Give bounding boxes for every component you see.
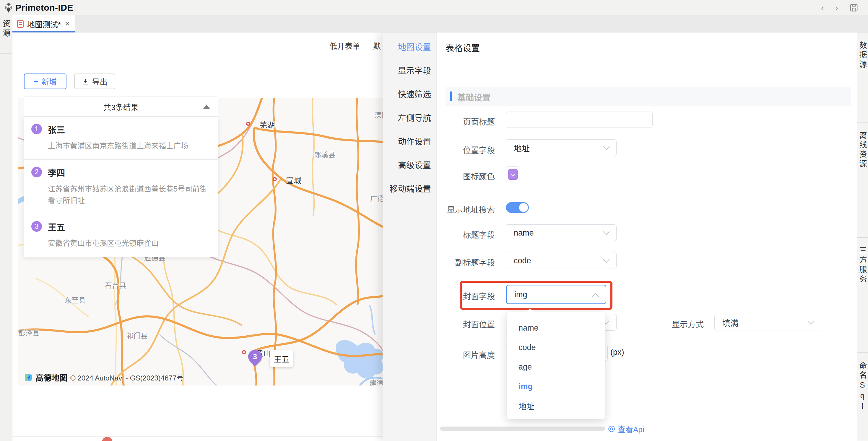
result-address: 安徽省黄山市屯溪区屯光镇麻雀山 [48, 238, 159, 249]
page-title-input[interactable] [506, 111, 653, 128]
city-dot-icon [273, 177, 277, 181]
title-field-select[interactable]: name [506, 224, 617, 241]
map-place-label: 郎溪县 [314, 149, 335, 159]
settings-nav-item-5[interactable]: 高级设置 [384, 159, 431, 171]
subtitle-field-label: 副标题字段 [406, 257, 495, 268]
display-mode-label: 显示方式 [645, 318, 704, 330]
sidebar-item-label: 命名Sql [857, 362, 868, 441]
result-list: 1张三上海市黄浦区南京东路街道上海来福士广场2李四江苏省苏州市姑苏区沧浪街道西善… [24, 116, 218, 257]
export-button[interactable]: 导出 [74, 73, 115, 89]
subtitle-field-select[interactable]: code [506, 252, 617, 269]
chevron-down-icon [603, 228, 610, 235]
app-logo-icon [4, 2, 13, 14]
add-button[interactable]: + 新增 [24, 73, 66, 89]
panel-title: 表格设置 [445, 41, 480, 54]
sidebar-item-label: 三方服务 [857, 246, 868, 352]
section-accent-bar [450, 92, 452, 101]
sidebar-item-3[interactable]: 命名Sql [857, 353, 868, 441]
cover-field-dropdown: namecodeageimg地址 [507, 312, 605, 419]
section-title: 基础设置 [457, 91, 490, 103]
tab-map-test[interactable]: 地图测试* × [12, 15, 75, 32]
view-api-link[interactable]: 查看Api [608, 423, 644, 434]
city-dot-icon [242, 350, 246, 354]
amap-logo-icon [24, 373, 32, 382]
dropdown-option-age[interactable]: age [507, 357, 605, 377]
active-tab-underline [12, 31, 75, 32]
location-field-select[interactable]: 地址 [506, 139, 617, 156]
image-height-label: 图片高度 [406, 349, 495, 361]
title-field-label: 标题字段 [406, 229, 495, 240]
result-address: 江苏省苏州市姑苏区沧浪街道西善长巷5号司前街看守所旧址 [48, 183, 211, 206]
map-marker-card[interactable]: 王五 [270, 350, 293, 367]
marker-index-badge: 2 [31, 167, 42, 177]
map-place-label: 石台县 [105, 280, 126, 290]
download-icon [82, 78, 89, 85]
settings-nav-item-2[interactable]: 快速筛选 [384, 88, 431, 100]
display-mode-select[interactable]: 填满 [714, 314, 821, 331]
cover-field-select[interactable]: img [506, 285, 606, 304]
map-place-label: 建德市 [369, 377, 382, 385]
canvas-bottom-divider [12, 436, 382, 437]
address-search-label: 显示地址搜索 [406, 204, 495, 215]
dropdown-option-地址[interactable]: 地址 [507, 396, 605, 416]
map-place-label: 芜湖 [259, 119, 275, 130]
app-title: Primeton-IDE [16, 3, 73, 13]
dropdown-option-code[interactable]: code [507, 338, 605, 357]
marker-index-badge: 1 [31, 124, 42, 134]
chevron-down-icon [808, 318, 814, 325]
map-attribution-text: © 2024 AutoNavi - GS(2023)4677号 [70, 372, 183, 382]
editor-canvas: 低开表单 默 [12, 32, 382, 441]
sidebar-item-0[interactable]: 数据源 [857, 32, 868, 123]
document-icon [17, 20, 24, 28]
dropdown-option-name[interactable]: name [507, 318, 605, 338]
canvas-toolbar: 低开表单 默 [12, 32, 382, 57]
dropdown-option-img[interactable]: img [507, 377, 605, 396]
cover-field-label: 封面字段 [406, 290, 495, 302]
marker-index-badge: 3 [31, 221, 42, 232]
plus-icon: + [34, 77, 38, 86]
page-title-label: 页面标题 [406, 116, 495, 127]
tab-strip: 地图测试* × [12, 15, 868, 32]
result-address: 上海市黄浦区南京东路街道上海来福士广场 [48, 140, 188, 152]
tab-close-icon[interactable]: × [65, 20, 70, 28]
chevron-down-icon [603, 143, 610, 150]
panel-divider [445, 67, 851, 67]
settings-nav-item-0[interactable]: 地图设置 [384, 41, 431, 53]
icon-color-picker[interactable] [506, 167, 520, 182]
sidebar-item-1[interactable]: 离线资源 [857, 123, 868, 238]
color-swatch [508, 169, 518, 180]
chevron-up-icon [592, 293, 599, 300]
left-sidebar: 资源 [0, 15, 12, 441]
settings-bottom-divider [382, 439, 857, 439]
list-item[interactable]: 3王五安徽省黄山市屯溪区屯光镇麻雀山 [24, 214, 218, 257]
map-place-label: 广德市 [370, 193, 382, 203]
address-search-toggle[interactable] [506, 202, 529, 213]
result-count-header[interactable]: 共3条结果 [24, 97, 218, 116]
nav-forward-icon[interactable]: › [831, 2, 842, 13]
settings-nav-item-6[interactable]: 移动端设置 [384, 182, 431, 194]
list-item[interactable]: 2李四江苏省苏州市姑苏区沧浪街道西善长巷5号司前街看守所旧址 [24, 160, 218, 214]
breadcrumb-low-code-form[interactable]: 低开表单 [330, 40, 360, 51]
cover-position-label: 封面位置 [406, 318, 495, 330]
chevron-down-icon [603, 256, 610, 263]
map-marker-pin[interactable]: 3 [245, 347, 265, 366]
collapse-triangle-icon[interactable] [203, 104, 210, 109]
eye-icon [608, 425, 615, 433]
result-name: 李四 [48, 166, 211, 178]
settings-panel: 地图设置显示字段快速筛选左侧导航动作设置高级设置移动端设置 表格设置 基础设置 … [382, 32, 857, 441]
map-attribution-brand: 高德地图 [35, 372, 67, 383]
sidebar-item-2[interactable]: 三方服务 [857, 238, 868, 353]
toggle-knob [519, 203, 528, 212]
save-icon[interactable] [848, 2, 859, 13]
horizontal-scrollbar[interactable] [440, 427, 605, 431]
result-count-label: 共3条结果 [103, 101, 138, 112]
list-item[interactable]: 1张三上海市黄浦区南京东路街道上海来福士广场 [24, 116, 218, 160]
nav-back-icon[interactable]: ‹ [817, 2, 828, 13]
sidebar-item-resources[interactable]: 资源 [0, 15, 12, 54]
settings-nav-item-1[interactable]: 显示字段 [384, 64, 431, 76]
sidebar-item-label: 离线资源 [857, 131, 868, 237]
city-dot-icon [246, 122, 250, 126]
bottom-red-badge [102, 437, 113, 441]
map-place-label: 彭泽县 [18, 327, 39, 338]
breadcrumb-default[interactable]: 默 [373, 40, 381, 51]
